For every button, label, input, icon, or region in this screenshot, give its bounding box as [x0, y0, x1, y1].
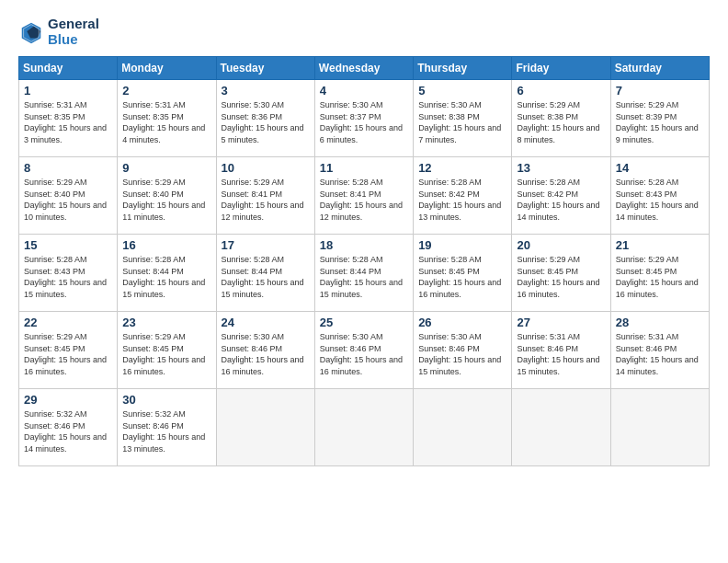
day-number: 29 — [24, 393, 112, 407]
day-number: 17 — [222, 238, 310, 252]
day-detail: Sunrise: 5:32 AMSunset: 8:46 PMDaylight:… — [24, 408, 112, 454]
day-detail: Sunrise: 5:29 AMSunset: 8:40 PMDaylight:… — [122, 177, 210, 223]
day-number: 4 — [320, 84, 408, 98]
calendar-cell: 15 Sunrise: 5:28 AMSunset: 8:43 PMDaylig… — [19, 235, 118, 312]
day-number: 8 — [24, 161, 112, 175]
day-number: 28 — [616, 316, 704, 329]
day-number: 24 — [222, 316, 310, 329]
day-number: 9 — [122, 161, 210, 175]
day-number: 7 — [616, 84, 704, 98]
calendar-header: SundayMondayTuesdayWednesdayThursdayFrid… — [19, 57, 710, 80]
day-detail: Sunrise: 5:29 AMSunset: 8:38 PMDaylight:… — [517, 99, 605, 145]
calendar-cell — [414, 389, 512, 466]
weekday-friday: Friday — [512, 57, 610, 80]
day-detail: Sunrise: 5:31 AMSunset: 8:46 PMDaylight:… — [616, 331, 704, 377]
calendar-week-5: 29 Sunrise: 5:32 AMSunset: 8:46 PMDaylig… — [19, 389, 710, 466]
day-number: 20 — [517, 238, 605, 252]
calendar-cell: 7 Sunrise: 5:29 AMSunset: 8:39 PMDayligh… — [610, 80, 709, 157]
day-number: 25 — [320, 316, 408, 329]
weekday-saturday: Saturday — [610, 57, 709, 80]
calendar-cell: 27 Sunrise: 5:31 AMSunset: 8:46 PMDaylig… — [512, 312, 610, 389]
day-number: 1 — [24, 84, 112, 98]
calendar-cell: 9 Sunrise: 5:29 AMSunset: 8:40 PMDayligh… — [118, 157, 216, 235]
day-detail: Sunrise: 5:28 AMSunset: 8:42 PMDaylight:… — [517, 177, 605, 223]
calendar-cell — [314, 389, 413, 466]
day-number: 11 — [320, 161, 408, 175]
day-number: 15 — [24, 238, 112, 252]
calendar-cell: 22 Sunrise: 5:29 AMSunset: 8:45 PMDaylig… — [19, 312, 118, 389]
day-number: 13 — [517, 161, 605, 175]
day-detail: Sunrise: 5:28 AMSunset: 8:43 PMDaylight:… — [616, 177, 704, 223]
day-detail: Sunrise: 5:28 AMSunset: 8:44 PMDaylight:… — [320, 254, 408, 300]
calendar-cell: 24 Sunrise: 5:30 AMSunset: 8:46 PMDaylig… — [216, 312, 314, 389]
calendar-cell: 28 Sunrise: 5:31 AMSunset: 8:46 PMDaylig… — [610, 312, 709, 389]
calendar-cell: 5 Sunrise: 5:30 AMSunset: 8:38 PMDayligh… — [414, 80, 512, 157]
day-detail: Sunrise: 5:28 AMSunset: 8:43 PMDaylight:… — [24, 254, 112, 300]
logo-icon — [18, 19, 44, 45]
calendar-cell — [610, 389, 709, 466]
logo-text-general: General — [48, 17, 99, 32]
day-number: 5 — [418, 84, 506, 98]
calendar-cell: 18 Sunrise: 5:28 AMSunset: 8:44 PMDaylig… — [314, 235, 413, 312]
day-detail: Sunrise: 5:30 AMSunset: 8:46 PMDaylight:… — [222, 331, 310, 377]
day-detail: Sunrise: 5:30 AMSunset: 8:37 PMDaylight:… — [320, 99, 408, 145]
calendar-cell: 23 Sunrise: 5:29 AMSunset: 8:45 PMDaylig… — [118, 312, 216, 389]
day-number: 16 — [122, 238, 210, 252]
calendar-cell: 30 Sunrise: 5:32 AMSunset: 8:46 PMDaylig… — [118, 389, 216, 466]
calendar-cell: 25 Sunrise: 5:30 AMSunset: 8:46 PMDaylig… — [314, 312, 413, 389]
calendar-cell: 12 Sunrise: 5:28 AMSunset: 8:42 PMDaylig… — [414, 157, 512, 235]
day-detail: Sunrise: 5:29 AMSunset: 8:45 PMDaylight:… — [517, 254, 605, 300]
calendar-cell: 11 Sunrise: 5:28 AMSunset: 8:41 PMDaylig… — [314, 157, 413, 235]
weekday-tuesday: Tuesday — [216, 57, 314, 80]
day-detail: Sunrise: 5:29 AMSunset: 8:41 PMDaylight:… — [222, 177, 310, 223]
logo: General Blue — [18, 17, 99, 47]
day-detail: Sunrise: 5:28 AMSunset: 8:44 PMDaylight:… — [122, 254, 210, 300]
day-detail: Sunrise: 5:30 AMSunset: 8:46 PMDaylight:… — [320, 331, 408, 377]
day-number: 14 — [616, 161, 704, 175]
day-number: 6 — [517, 84, 605, 98]
calendar-cell — [512, 389, 610, 466]
day-number: 18 — [320, 238, 408, 252]
weekday-wednesday: Wednesday — [314, 57, 413, 80]
logo-text-blue: Blue — [48, 32, 99, 48]
day-detail: Sunrise: 5:31 AMSunset: 8:46 PMDaylight:… — [517, 331, 605, 377]
calendar-cell: 6 Sunrise: 5:29 AMSunset: 8:38 PMDayligh… — [512, 80, 610, 157]
calendar-cell: 3 Sunrise: 5:30 AMSunset: 8:36 PMDayligh… — [216, 80, 314, 157]
day-detail: Sunrise: 5:31 AMSunset: 8:35 PMDaylight:… — [24, 99, 112, 145]
day-number: 3 — [222, 84, 310, 98]
day-detail: Sunrise: 5:29 AMSunset: 8:39 PMDaylight:… — [616, 99, 704, 145]
calendar-cell: 19 Sunrise: 5:28 AMSunset: 8:45 PMDaylig… — [414, 235, 512, 312]
weekday-sunday: Sunday — [19, 57, 118, 80]
day-number: 22 — [24, 316, 112, 329]
day-detail: Sunrise: 5:28 AMSunset: 8:45 PMDaylight:… — [418, 254, 506, 300]
day-number: 19 — [418, 238, 506, 252]
calendar-body: 1 Sunrise: 5:31 AMSunset: 8:35 PMDayligh… — [19, 80, 710, 466]
calendar-cell: 8 Sunrise: 5:29 AMSunset: 8:40 PMDayligh… — [19, 157, 118, 235]
calendar-cell: 26 Sunrise: 5:30 AMSunset: 8:46 PMDaylig… — [414, 312, 512, 389]
calendar-cell: 2 Sunrise: 5:31 AMSunset: 8:35 PMDayligh… — [118, 80, 216, 157]
calendar-week-1: 1 Sunrise: 5:31 AMSunset: 8:35 PMDayligh… — [19, 80, 710, 157]
header: General Blue — [18, 17, 710, 47]
day-number: 10 — [222, 161, 310, 175]
calendar-week-2: 8 Sunrise: 5:29 AMSunset: 8:40 PMDayligh… — [19, 157, 710, 235]
day-detail: Sunrise: 5:30 AMSunset: 8:38 PMDaylight:… — [418, 99, 506, 145]
day-detail: Sunrise: 5:29 AMSunset: 8:45 PMDaylight:… — [616, 254, 704, 300]
day-detail: Sunrise: 5:30 AMSunset: 8:36 PMDaylight:… — [222, 99, 310, 145]
calendar-cell: 14 Sunrise: 5:28 AMSunset: 8:43 PMDaylig… — [610, 157, 709, 235]
calendar-week-4: 22 Sunrise: 5:29 AMSunset: 8:45 PMDaylig… — [19, 312, 710, 389]
weekday-monday: Monday — [118, 57, 216, 80]
calendar-cell: 20 Sunrise: 5:29 AMSunset: 8:45 PMDaylig… — [512, 235, 610, 312]
calendar-week-3: 15 Sunrise: 5:28 AMSunset: 8:43 PMDaylig… — [19, 235, 710, 312]
calendar-cell: 29 Sunrise: 5:32 AMSunset: 8:46 PMDaylig… — [19, 389, 118, 466]
day-detail: Sunrise: 5:32 AMSunset: 8:46 PMDaylight:… — [122, 408, 210, 454]
weekday-thursday: Thursday — [414, 57, 512, 80]
day-number: 30 — [122, 393, 210, 407]
calendar-cell: 1 Sunrise: 5:31 AMSunset: 8:35 PMDayligh… — [19, 80, 118, 157]
weekday-header-row: SundayMondayTuesdayWednesdayThursdayFrid… — [19, 57, 710, 80]
day-number: 12 — [418, 161, 506, 175]
calendar-cell: 10 Sunrise: 5:29 AMSunset: 8:41 PMDaylig… — [216, 157, 314, 235]
day-detail: Sunrise: 5:28 AMSunset: 8:41 PMDaylight:… — [320, 177, 408, 223]
calendar-cell: 17 Sunrise: 5:28 AMSunset: 8:44 PMDaylig… — [216, 235, 314, 312]
calendar-table: SundayMondayTuesdayWednesdayThursdayFrid… — [18, 56, 710, 466]
day-number: 26 — [418, 316, 506, 329]
